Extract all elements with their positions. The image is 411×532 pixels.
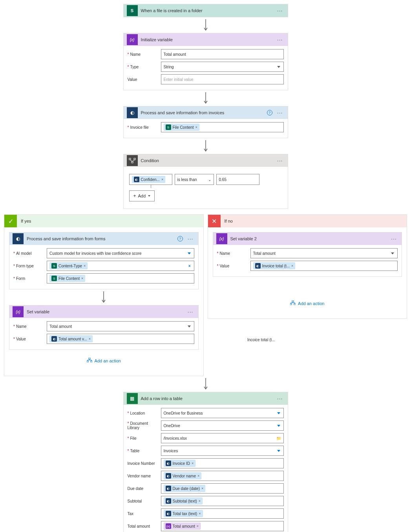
remove-token-icon[interactable]: ×	[199, 499, 201, 503]
condition-header[interactable]: Condition ···	[124, 154, 288, 167]
remove-token-icon[interactable]: ×	[201, 486, 203, 490]
set-variable-card: Set variable ··· *Name Total amount *Val…	[9, 305, 199, 350]
condition-left-input[interactable]: ◐Confiden...×	[129, 174, 172, 185]
remove-token-icon[interactable]: ×	[199, 512, 201, 516]
remove-token-icon[interactable]: ×	[195, 125, 197, 129]
help-icon[interactable]: ?	[177, 236, 183, 241]
condition-operator-select[interactable]: is less than⌄	[175, 174, 214, 185]
name-select[interactable]: Total amount	[250, 248, 398, 258]
field-label: Name	[130, 52, 141, 57]
form-type-input[interactable]: SContent-Type× ×	[47, 261, 194, 271]
svg-rect-3	[129, 158, 131, 160]
arrow-down-icon	[123, 17, 288, 33]
field-label: Type	[130, 65, 139, 69]
variable-icon	[127, 34, 138, 45]
svg-rect-16	[292, 300, 294, 302]
ai-model-select[interactable]: Custom model for invoices with low confi…	[47, 248, 194, 258]
add-action-icon	[290, 300, 296, 306]
location-select[interactable]: OneDrive for Business	[161, 408, 284, 418]
value-input[interactable]: ◐Invoice total (t...×	[250, 261, 398, 271]
remove-token-icon[interactable]: ×	[197, 474, 199, 478]
confidence-token[interactable]: ◐Confiden...×	[132, 176, 166, 183]
remove-token-icon[interactable]: ×	[192, 461, 194, 465]
due-date-token[interactable]: ◐Due date (date)×	[164, 485, 206, 492]
svg-rect-5	[132, 161, 133, 163]
excel-icon	[127, 393, 138, 404]
doclib-select[interactable]: OneDrive	[161, 420, 284, 431]
tax-input[interactable]: ◐Total tax (text)×	[161, 508, 284, 519]
remove-token-icon[interactable]: ×	[81, 276, 83, 280]
set-variable-title: Set variable	[27, 309, 186, 314]
name-input[interactable]: Total amount	[161, 49, 284, 59]
subtotal-token[interactable]: ◐Subtotal (text)×	[164, 497, 203, 505]
if-no-label: If no	[225, 219, 233, 223]
value-input[interactable]: ◐Total amount v...×	[47, 334, 194, 344]
duedate-input[interactable]: ◐Due date (date)×	[161, 483, 284, 494]
help-icon[interactable]: ?	[267, 110, 272, 115]
tax-token[interactable]: ◐Total tax (text)×	[164, 510, 203, 517]
remove-token-icon[interactable]: ×	[84, 264, 86, 268]
remove-token-icon[interactable]: ×	[197, 524, 199, 528]
svg-rect-11	[91, 361, 92, 362]
total-amount-var-token[interactable]: {x}Total amount×	[164, 523, 201, 530]
name-select[interactable]: Total amount	[47, 321, 194, 331]
process-invoices-header[interactable]: Process and save information from invoic…	[124, 106, 288, 119]
subtotal-input[interactable]: ◐Subtotal (text)×	[161, 496, 284, 506]
menu-icon[interactable]: ···	[186, 236, 195, 242]
field-label: Invoice file	[130, 125, 148, 130]
set-variable2-header[interactable]: Set variable 2 ···	[213, 232, 402, 245]
condition-title: Condition	[141, 158, 276, 163]
total-amount-token[interactable]: ◐Total amount v...×	[49, 335, 93, 342]
condition-icon	[127, 155, 138, 166]
arrow-down-icon	[9, 289, 199, 305]
menu-icon[interactable]: ···	[276, 7, 285, 14]
file-content-token[interactable]: SFile Content×	[49, 275, 85, 282]
if-yes-header: ✓ If yes	[4, 215, 203, 227]
value-input[interactable]: Enter initial value	[161, 74, 284, 84]
svg-rect-9	[89, 358, 90, 359]
menu-icon[interactable]: ···	[389, 236, 398, 242]
svg-rect-18	[294, 303, 296, 305]
add-condition-button[interactable]: +Add	[129, 190, 155, 201]
remove-token-icon[interactable]: ×	[89, 337, 91, 341]
add-action-button[interactable]: Add an action	[213, 293, 402, 314]
table-select[interactable]: Invoices	[161, 446, 284, 456]
process-forms-title: Process and save information from forms	[27, 236, 177, 241]
add-row-title: Add a row into a table	[141, 396, 276, 401]
set-variable-header[interactable]: Set variable ···	[9, 305, 198, 318]
clear-input-icon[interactable]: ×	[188, 264, 191, 268]
sharepoint-icon	[127, 5, 138, 16]
invoice-id-token[interactable]: ◐Invoice ID×	[164, 460, 196, 467]
svg-line-7	[132, 160, 135, 161]
menu-icon[interactable]: ···	[276, 395, 285, 402]
set-variable2-card: Set variable 2 ··· *Name Total amount *V…	[213, 232, 402, 277]
type-select[interactable]: String	[161, 62, 284, 72]
vendor-name-token[interactable]: ◐Vendor name×	[164, 472, 202, 479]
file-content-token[interactable]: SFile Content×	[164, 124, 199, 131]
ai-builder-icon	[127, 107, 138, 118]
trigger-card[interactable]: When a file is created in a folder ···	[123, 4, 288, 17]
vendor-input[interactable]: ◐Vendor name×	[161, 471, 284, 481]
process-forms-header[interactable]: Process and save information from forms …	[9, 232, 198, 245]
file-input[interactable]: /Invoices.xlsx	[161, 433, 284, 443]
trigger-title: When a file is created in a folder	[141, 8, 276, 13]
field-label: Subtotal	[128, 499, 142, 503]
add-row-header[interactable]: Add a row into a table ···	[124, 392, 288, 405]
invoice-file-input[interactable]: SFile Content×	[161, 122, 284, 132]
content-type-token[interactable]: SContent-Type×	[49, 262, 88, 269]
remove-token-icon[interactable]: ×	[161, 177, 163, 181]
menu-icon[interactable]: ···	[276, 37, 285, 43]
process-invoices-title: Process and save information from invoic…	[141, 110, 267, 115]
invoice-number-input[interactable]: ◐Invoice ID×	[161, 458, 284, 468]
condition-right-input[interactable]: 0.65	[216, 174, 259, 185]
menu-icon[interactable]: ···	[186, 309, 195, 315]
menu-icon[interactable]: ···	[276, 110, 285, 116]
ai-builder-icon	[13, 233, 24, 244]
menu-icon[interactable]: ···	[276, 157, 285, 164]
remove-token-icon[interactable]: ×	[291, 264, 293, 268]
form-input[interactable]: SFile Content×	[47, 273, 194, 283]
add-action-button[interactable]: Add an action	[9, 350, 199, 371]
total-input[interactable]: {x}Total amount×	[161, 521, 284, 531]
init-variable-header[interactable]: Initialize variable ···	[124, 33, 288, 46]
invoice-total-token[interactable]: ◐Invoice total (t...×	[253, 262, 296, 269]
